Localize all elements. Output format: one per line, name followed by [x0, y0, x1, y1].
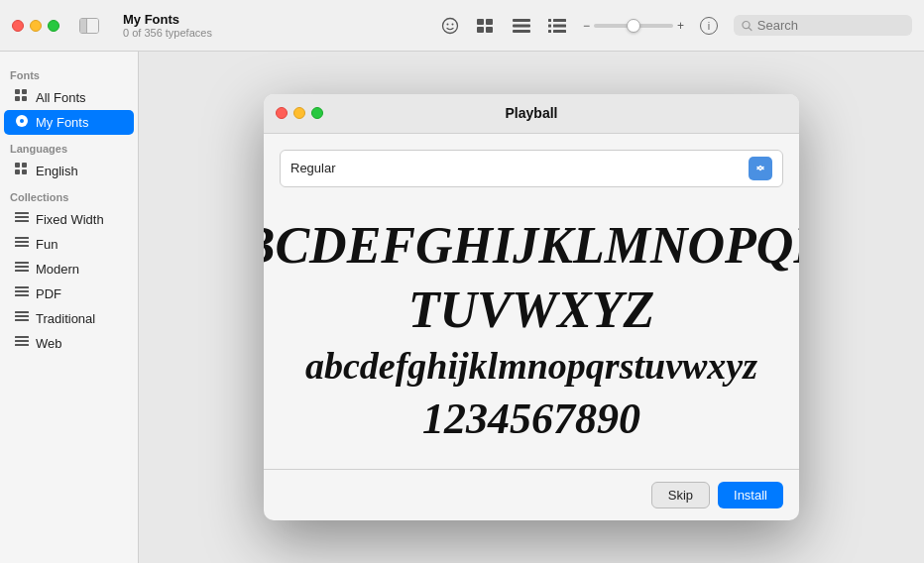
- sidebar-item-my-fonts[interactable]: My Fonts: [4, 110, 134, 135]
- fun-icon: [14, 236, 30, 253]
- preview-line-4: 1234567890: [422, 395, 640, 443]
- sidebar-section-fonts: Fonts: [0, 61, 138, 85]
- svg-rect-18: [15, 89, 20, 94]
- fun-label: Fun: [36, 237, 58, 252]
- all-fonts-label: All Fonts: [36, 90, 86, 105]
- font-preview: ABCDEFGHIJKLMNOPQRS TUVWXYZ abcdefghijkl…: [280, 207, 783, 454]
- svg-rect-8: [513, 24, 530, 27]
- skip-button[interactable]: Skip: [651, 482, 710, 508]
- modal-maximize-button[interactable]: [311, 107, 323, 119]
- svg-rect-14: [548, 30, 551, 33]
- slider-track[interactable]: [594, 24, 673, 28]
- svg-point-0: [442, 18, 457, 33]
- svg-point-2: [451, 23, 453, 25]
- svg-rect-19: [22, 89, 27, 94]
- traditional-icon: [14, 310, 30, 327]
- svg-rect-36: [15, 266, 29, 268]
- search-icon: [742, 20, 752, 32]
- svg-rect-9: [513, 30, 530, 33]
- style-value: Regular: [290, 161, 336, 175]
- svg-line-17: [749, 27, 751, 30]
- modern-label: Modern: [36, 262, 79, 277]
- toolbar: − + i: [440, 15, 912, 36]
- web-icon: [14, 335, 30, 352]
- sidebar-item-modern[interactable]: Modern: [4, 257, 134, 282]
- sidebar-item-web[interactable]: Web: [4, 331, 134, 356]
- sidebar-item-traditional[interactable]: Traditional: [4, 306, 134, 331]
- svg-rect-45: [15, 340, 29, 342]
- sidebar-item-pdf[interactable]: PDF: [4, 282, 134, 306]
- svg-point-24: [20, 119, 24, 123]
- svg-rect-28: [22, 169, 27, 174]
- install-button[interactable]: Install: [718, 482, 783, 508]
- svg-rect-30: [15, 216, 29, 218]
- fixed-width-label: Fixed Width: [36, 212, 104, 227]
- fixed-width-icon: [14, 211, 30, 228]
- minimize-button[interactable]: [30, 20, 42, 32]
- sidebar-item-fun[interactable]: Fun: [4, 232, 134, 257]
- svg-rect-35: [15, 262, 29, 264]
- svg-rect-39: [15, 290, 29, 292]
- svg-rect-40: [15, 294, 29, 296]
- grid-view-icon[interactable]: [476, 18, 496, 34]
- my-fonts-label: My Fonts: [36, 115, 88, 130]
- style-chevron-icon[interactable]: [749, 157, 772, 180]
- svg-rect-5: [477, 27, 484, 33]
- window-title: My Fonts: [123, 12, 428, 27]
- svg-rect-6: [486, 27, 493, 33]
- svg-rect-46: [15, 344, 29, 346]
- modern-icon: [14, 261, 30, 278]
- sidebar-item-all-fonts[interactable]: All Fonts: [4, 85, 134, 110]
- maximize-button[interactable]: [48, 20, 59, 32]
- pdf-icon: [14, 285, 30, 302]
- preview-mode-icon[interactable]: [440, 18, 460, 34]
- modal-title: Playball: [506, 105, 558, 121]
- size-slider[interactable]: − +: [583, 19, 684, 33]
- svg-rect-44: [15, 336, 29, 338]
- modal-minimize-button[interactable]: [293, 107, 305, 119]
- my-fonts-icon: [14, 114, 30, 131]
- svg-rect-12: [548, 24, 551, 27]
- svg-rect-10: [548, 19, 551, 22]
- size-max-icon: +: [677, 19, 684, 33]
- svg-rect-34: [15, 245, 29, 247]
- detail-view-icon[interactable]: [547, 18, 567, 34]
- info-icon[interactable]: i: [700, 17, 718, 35]
- search-input[interactable]: [757, 18, 904, 33]
- pdf-label: PDF: [36, 286, 61, 301]
- sidebar-item-fixed-width[interactable]: Fixed Width: [4, 207, 134, 232]
- modal-traffic-lights: [276, 107, 323, 119]
- svg-rect-7: [513, 19, 530, 22]
- svg-rect-11: [553, 19, 566, 22]
- size-min-icon: −: [583, 19, 590, 33]
- sidebar: Fonts All Fonts My Fonts: [0, 52, 139, 563]
- svg-rect-29: [15, 212, 29, 214]
- svg-rect-32: [15, 237, 29, 239]
- content-area: Playball Regular ABCDEFGHIJKLMNOPQRS TUV…: [139, 52, 924, 563]
- sidebar-toggle-button[interactable]: [79, 18, 99, 34]
- slider-thumb[interactable]: [627, 19, 640, 33]
- svg-rect-37: [15, 270, 29, 272]
- svg-rect-27: [15, 169, 20, 174]
- close-button[interactable]: [12, 20, 24, 32]
- svg-rect-33: [15, 241, 29, 243]
- search-bar[interactable]: [734, 15, 912, 36]
- preview-line-1: ABCDEFGHIJKLMNOPQRS: [264, 217, 799, 274]
- window-subtitle: 0 of 356 typefaces: [123, 27, 428, 39]
- svg-rect-26: [22, 163, 27, 168]
- modal-title-bar: Playball: [264, 94, 799, 134]
- sidebar-item-english[interactable]: English: [4, 159, 134, 183]
- svg-rect-41: [15, 311, 29, 313]
- preview-line-3: abcdefghijklmnopqrstuvwxyz: [305, 346, 757, 388]
- web-label: Web: [36, 336, 62, 351]
- list-view-icon[interactable]: [512, 18, 531, 34]
- style-selector[interactable]: Regular: [280, 150, 783, 187]
- traffic-lights: [12, 20, 59, 32]
- traditional-label: Traditional: [36, 311, 95, 326]
- svg-rect-21: [22, 96, 27, 101]
- preview-line-2: TUVWXYZ: [408, 282, 654, 338]
- modal-footer: Skip Install: [264, 469, 799, 520]
- svg-rect-4: [486, 19, 493, 25]
- sidebar-section-collections: Collections: [0, 183, 138, 207]
- modal-close-button[interactable]: [276, 107, 288, 119]
